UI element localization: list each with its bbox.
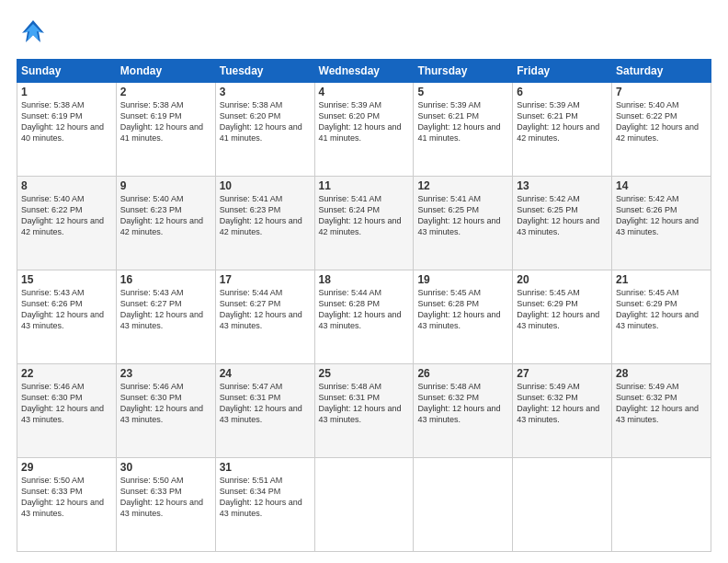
day-number: 26 bbox=[417, 367, 508, 380]
day-cell: 5Sunrise: 5:39 AMSunset: 6:21 PMDaylight… bbox=[414, 83, 513, 177]
day-cell: 12Sunrise: 5:41 AMSunset: 6:25 PMDayligh… bbox=[414, 177, 513, 270]
day-cell: 22Sunrise: 5:46 AMSunset: 6:30 PMDayligh… bbox=[17, 364, 117, 458]
day-info: Sunrise: 5:40 AMSunset: 6:22 PMDaylight:… bbox=[616, 99, 707, 144]
day-cell: 28Sunrise: 5:49 AMSunset: 6:32 PMDayligh… bbox=[612, 364, 711, 458]
day-cell: 7Sunrise: 5:40 AMSunset: 6:22 PMDaylight… bbox=[612, 83, 711, 177]
day-number: 18 bbox=[319, 273, 410, 286]
day-number: 12 bbox=[417, 179, 508, 192]
week-row-5: 29Sunrise: 5:50 AMSunset: 6:33 PMDayligh… bbox=[17, 458, 711, 552]
day-number: 1 bbox=[21, 86, 112, 98]
day-number: 15 bbox=[21, 273, 112, 286]
col-header-thursday: Thursday bbox=[414, 60, 513, 83]
day-info: Sunrise: 5:41 AMSunset: 6:23 PMDaylight:… bbox=[220, 193, 311, 238]
day-info: Sunrise: 5:46 AMSunset: 6:30 PMDaylight:… bbox=[120, 381, 211, 426]
day-number: 8 bbox=[21, 179, 112, 192]
calendar-header-row: SundayMondayTuesdayWednesdayThursdayFrid… bbox=[17, 60, 711, 83]
day-number: 7 bbox=[616, 86, 707, 98]
header bbox=[17, 17, 711, 50]
day-number: 28 bbox=[616, 367, 707, 380]
day-number: 3 bbox=[220, 86, 311, 98]
day-cell: 13Sunrise: 5:42 AMSunset: 6:25 PMDayligh… bbox=[513, 177, 612, 270]
day-number: 14 bbox=[616, 179, 707, 192]
day-cell: 2Sunrise: 5:38 AMSunset: 6:19 PMDaylight… bbox=[116, 83, 215, 177]
day-number: 27 bbox=[517, 367, 608, 380]
day-cell: 31Sunrise: 5:51 AMSunset: 6:34 PMDayligh… bbox=[215, 458, 314, 552]
day-number: 22 bbox=[21, 367, 112, 380]
day-cell: 21Sunrise: 5:45 AMSunset: 6:29 PMDayligh… bbox=[612, 270, 711, 364]
col-header-wednesday: Wednesday bbox=[314, 60, 414, 83]
day-info: Sunrise: 5:49 AMSunset: 6:32 PMDaylight:… bbox=[616, 381, 707, 426]
day-cell bbox=[612, 458, 711, 552]
day-cell: 19Sunrise: 5:45 AMSunset: 6:28 PMDayligh… bbox=[414, 270, 513, 364]
logo bbox=[17, 17, 53, 50]
day-info: Sunrise: 5:40 AMSunset: 6:23 PMDaylight:… bbox=[120, 193, 211, 238]
day-cell: 24Sunrise: 5:47 AMSunset: 6:31 PMDayligh… bbox=[215, 364, 314, 458]
day-info: Sunrise: 5:44 AMSunset: 6:28 PMDaylight:… bbox=[319, 287, 410, 332]
day-info: Sunrise: 5:42 AMSunset: 6:26 PMDaylight:… bbox=[616, 193, 707, 238]
day-number: 20 bbox=[517, 273, 608, 286]
day-info: Sunrise: 5:51 AMSunset: 6:34 PMDaylight:… bbox=[220, 475, 311, 520]
day-info: Sunrise: 5:46 AMSunset: 6:30 PMDaylight:… bbox=[21, 381, 112, 426]
day-cell: 11Sunrise: 5:41 AMSunset: 6:24 PMDayligh… bbox=[314, 177, 414, 270]
day-cell: 4Sunrise: 5:39 AMSunset: 6:20 PMDaylight… bbox=[314, 83, 414, 177]
day-cell: 26Sunrise: 5:48 AMSunset: 6:32 PMDayligh… bbox=[414, 364, 513, 458]
day-info: Sunrise: 5:50 AMSunset: 6:33 PMDaylight:… bbox=[120, 475, 211, 520]
week-row-3: 15Sunrise: 5:43 AMSunset: 6:26 PMDayligh… bbox=[17, 270, 711, 364]
day-info: Sunrise: 5:42 AMSunset: 6:25 PMDaylight:… bbox=[517, 193, 608, 238]
day-cell bbox=[314, 458, 414, 552]
col-header-friday: Friday bbox=[513, 60, 612, 83]
day-info: Sunrise: 5:43 AMSunset: 6:26 PMDaylight:… bbox=[21, 287, 112, 332]
day-info: Sunrise: 5:49 AMSunset: 6:32 PMDaylight:… bbox=[517, 381, 608, 426]
day-info: Sunrise: 5:38 AMSunset: 6:19 PMDaylight:… bbox=[21, 99, 112, 144]
day-cell: 9Sunrise: 5:40 AMSunset: 6:23 PMDaylight… bbox=[116, 177, 215, 270]
day-info: Sunrise: 5:41 AMSunset: 6:24 PMDaylight:… bbox=[319, 193, 410, 238]
day-cell: 1Sunrise: 5:38 AMSunset: 6:19 PMDaylight… bbox=[17, 83, 117, 177]
day-cell: 17Sunrise: 5:44 AMSunset: 6:27 PMDayligh… bbox=[215, 270, 314, 364]
day-cell bbox=[513, 458, 612, 552]
day-number: 2 bbox=[120, 86, 211, 98]
day-number: 16 bbox=[120, 273, 211, 286]
col-header-monday: Monday bbox=[116, 60, 215, 83]
day-number: 13 bbox=[517, 179, 608, 192]
day-info: Sunrise: 5:50 AMSunset: 6:33 PMDaylight:… bbox=[21, 475, 112, 520]
day-number: 4 bbox=[319, 86, 410, 98]
day-cell: 16Sunrise: 5:43 AMSunset: 6:27 PMDayligh… bbox=[116, 270, 215, 364]
day-info: Sunrise: 5:48 AMSunset: 6:31 PMDaylight:… bbox=[319, 381, 410, 426]
day-info: Sunrise: 5:41 AMSunset: 6:25 PMDaylight:… bbox=[417, 193, 508, 238]
day-cell: 30Sunrise: 5:50 AMSunset: 6:33 PMDayligh… bbox=[116, 458, 215, 552]
col-header-saturday: Saturday bbox=[612, 60, 711, 83]
calendar: SundayMondayTuesdayWednesdayThursdayFrid… bbox=[17, 59, 711, 552]
day-cell bbox=[414, 458, 513, 552]
week-row-2: 8Sunrise: 5:40 AMSunset: 6:22 PMDaylight… bbox=[17, 177, 711, 270]
day-number: 17 bbox=[220, 273, 311, 286]
day-info: Sunrise: 5:38 AMSunset: 6:20 PMDaylight:… bbox=[220, 99, 311, 144]
day-info: Sunrise: 5:45 AMSunset: 6:29 PMDaylight:… bbox=[517, 287, 608, 332]
day-number: 6 bbox=[517, 86, 608, 98]
page: SundayMondayTuesdayWednesdayThursdayFrid… bbox=[0, 0, 728, 563]
day-cell: 3Sunrise: 5:38 AMSunset: 6:20 PMDaylight… bbox=[215, 83, 314, 177]
day-number: 10 bbox=[220, 179, 311, 192]
day-cell: 15Sunrise: 5:43 AMSunset: 6:26 PMDayligh… bbox=[17, 270, 117, 364]
day-number: 31 bbox=[220, 461, 311, 474]
day-cell: 29Sunrise: 5:50 AMSunset: 6:33 PMDayligh… bbox=[17, 458, 117, 552]
col-header-sunday: Sunday bbox=[17, 60, 117, 83]
day-info: Sunrise: 5:39 AMSunset: 6:20 PMDaylight:… bbox=[319, 99, 410, 144]
logo-bird-icon bbox=[17, 17, 50, 50]
day-info: Sunrise: 5:44 AMSunset: 6:27 PMDaylight:… bbox=[220, 287, 311, 332]
day-number: 21 bbox=[616, 273, 707, 286]
day-number: 24 bbox=[220, 367, 311, 380]
day-cell: 14Sunrise: 5:42 AMSunset: 6:26 PMDayligh… bbox=[612, 177, 711, 270]
week-row-1: 1Sunrise: 5:38 AMSunset: 6:19 PMDaylight… bbox=[17, 83, 711, 177]
day-number: 30 bbox=[120, 461, 211, 474]
day-info: Sunrise: 5:47 AMSunset: 6:31 PMDaylight:… bbox=[220, 381, 311, 426]
day-info: Sunrise: 5:39 AMSunset: 6:21 PMDaylight:… bbox=[517, 99, 608, 144]
day-cell: 23Sunrise: 5:46 AMSunset: 6:30 PMDayligh… bbox=[116, 364, 215, 458]
day-cell: 6Sunrise: 5:39 AMSunset: 6:21 PMDaylight… bbox=[513, 83, 612, 177]
day-info: Sunrise: 5:39 AMSunset: 6:21 PMDaylight:… bbox=[417, 99, 508, 144]
day-number: 19 bbox=[417, 273, 508, 286]
day-cell: 27Sunrise: 5:49 AMSunset: 6:32 PMDayligh… bbox=[513, 364, 612, 458]
day-number: 25 bbox=[319, 367, 410, 380]
day-cell: 18Sunrise: 5:44 AMSunset: 6:28 PMDayligh… bbox=[314, 270, 414, 364]
day-info: Sunrise: 5:48 AMSunset: 6:32 PMDaylight:… bbox=[417, 381, 508, 426]
day-cell: 10Sunrise: 5:41 AMSunset: 6:23 PMDayligh… bbox=[215, 177, 314, 270]
